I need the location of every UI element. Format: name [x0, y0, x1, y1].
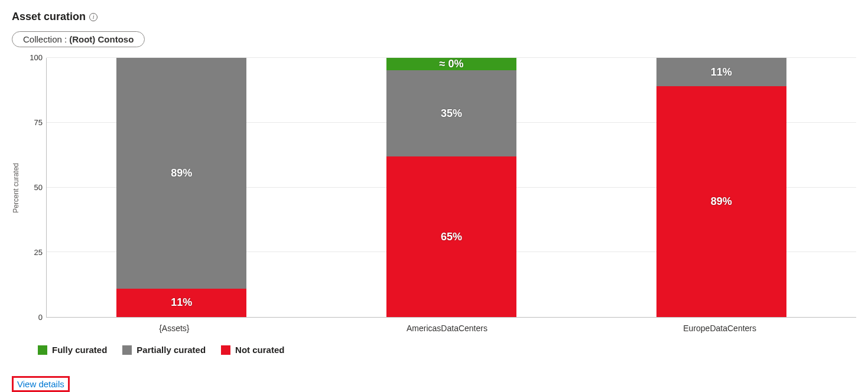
bar-segment[interactable]: 11%	[116, 289, 246, 317]
y-axis-ticks: 100 75 50 25 0	[24, 58, 46, 318]
bars-container: 89%11%≈ 0%35%65%11%89%	[47, 58, 856, 317]
asset-curation-panel: Asset curation i Collection : (Root) Con…	[0, 0, 868, 392]
x-tick-label: {Assets}	[109, 324, 239, 333]
bar-segment[interactable]: 35%	[386, 70, 516, 156]
legend-label-not: Not curated	[235, 345, 284, 355]
bar-column[interactable]: ≈ 0%35%65%	[386, 58, 516, 317]
panel-title: Asset curation	[12, 11, 86, 23]
collection-filter-chip[interactable]: Collection : (Root) Contoso	[12, 31, 145, 47]
legend-item-not: Not curated	[221, 345, 284, 355]
title-row: Asset curation i	[12, 11, 856, 23]
view-details-link[interactable]: View details	[17, 379, 64, 389]
chart-area: Percent curated 100 75 50 25 0 89%11%≈ 0…	[12, 58, 856, 318]
bar-column[interactable]: 11%89%	[656, 58, 786, 317]
x-axis-labels: {Assets}AmericasDataCentersEuropeDataCen…	[38, 324, 856, 333]
bar-segment[interactable]: 89%	[116, 58, 246, 289]
view-details-highlight: View details	[12, 376, 70, 392]
bar-column[interactable]: 89%11%	[116, 58, 246, 317]
filter-value: (Root) Contoso	[69, 34, 134, 44]
legend-label-fully: Fully curated	[52, 345, 107, 355]
y-axis-label: Percent curated	[12, 163, 20, 213]
plot-area: 89%11%≈ 0%35%65%11%89%	[46, 58, 856, 318]
x-tick-label: AmericasDataCenters	[382, 324, 512, 333]
info-icon[interactable]: i	[89, 13, 97, 21]
bar-segment[interactable]: 65%	[386, 156, 516, 317]
filter-label: Collection :	[23, 34, 67, 44]
legend-item-partially: Partially curated	[122, 345, 206, 355]
x-tick-label: EuropeDataCenters	[655, 324, 785, 333]
legend-label-partially: Partially curated	[136, 345, 206, 355]
legend-item-fully: Fully curated	[38, 345, 107, 355]
bar-segment[interactable]: 11%	[656, 58, 786, 86]
bar-segment[interactable]: ≈ 0%	[386, 58, 516, 70]
swatch-partially-icon	[122, 345, 132, 355]
bar-segment[interactable]: 89%	[656, 86, 786, 317]
swatch-not-icon	[221, 345, 230, 355]
swatch-fully-icon	[38, 345, 47, 355]
legend: Fully curated Partially curated Not cura…	[38, 345, 856, 355]
